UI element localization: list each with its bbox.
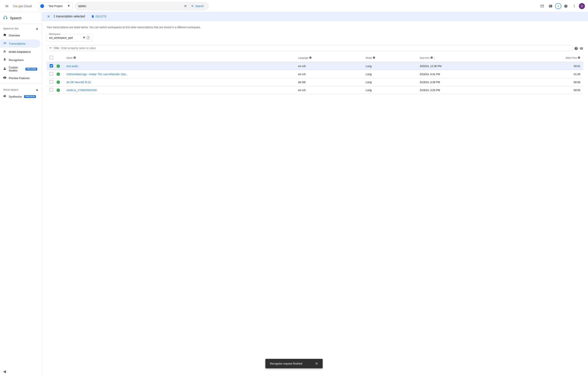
selection-close-button[interactable] bbox=[47, 14, 50, 18]
language-help-icon[interactable] bbox=[309, 56, 312, 60]
cloud-shell-button[interactable] bbox=[547, 2, 555, 10]
row-checkbox-cell bbox=[47, 70, 56, 78]
row-checkbox[interactable] bbox=[50, 88, 53, 92]
sidebar-footer: ◀ bbox=[0, 367, 42, 376]
filter-bar: Filter bbox=[47, 45, 573, 51]
sidebar-item-model-adaptations[interactable]: Model Adaptations bbox=[0, 48, 40, 56]
collapse-icon: ◀ bbox=[3, 369, 6, 374]
th-start-time: Start time ↓ bbox=[417, 54, 512, 62]
row-checkbox[interactable] bbox=[50, 80, 53, 84]
search-button[interactable]: Search bbox=[189, 4, 205, 8]
row-status-cell bbox=[56, 86, 63, 94]
start-time-help-icon[interactable] bbox=[430, 56, 433, 60]
selection-bar: 1 transcription selected DELETE bbox=[42, 12, 588, 21]
project-icon bbox=[40, 4, 44, 8]
row-start-time-cell: 3/18/24, 4:39 PM bbox=[417, 78, 512, 86]
snackbar-message: Recognize request finished bbox=[270, 362, 312, 365]
table-view-button[interactable] bbox=[580, 47, 583, 51]
description-text: Your transcriptions are listed below. Yo… bbox=[47, 25, 583, 29]
search-input[interactable] bbox=[78, 4, 183, 8]
menu-button[interactable] bbox=[3, 2, 11, 10]
row-language-cell: en-US bbox=[295, 62, 363, 70]
th-language: Language bbox=[295, 54, 363, 62]
sidebar: Speech Speech-to-Text ▲ Overview Transcr… bbox=[0, 12, 42, 376]
home-icon bbox=[3, 33, 7, 38]
row-model-cell: Long bbox=[363, 86, 417, 94]
workspace-dropdown-icon[interactable]: ▼ bbox=[82, 36, 86, 40]
table-header: Name Language bbox=[47, 54, 583, 62]
select-all-checkbox[interactable] bbox=[50, 56, 53, 59]
top-header: Google Cloud Test Project ▼ ✕ Search 1 bbox=[0, 0, 588, 12]
row-checkbox[interactable] bbox=[50, 64, 53, 67]
row-status-cell bbox=[56, 78, 63, 86]
stt-section-header[interactable]: Speech-to-Text ▲ bbox=[0, 24, 42, 31]
row-status-cell bbox=[56, 70, 63, 78]
filter-row: Filter bbox=[47, 45, 583, 52]
start-time-sort-icon[interactable]: ↓ bbox=[434, 56, 435, 60]
transcriptions-icon bbox=[3, 41, 7, 46]
sidebar-divider bbox=[0, 84, 42, 84]
custom-models-icon bbox=[3, 67, 7, 71]
row-name-cell: ssstik.io_1706625262540 bbox=[63, 86, 295, 94]
row-name-cell: de-DE-Neural2-B (2) bbox=[63, 78, 295, 86]
sidebar-item-preview-features[interactable]: Preview Features bbox=[0, 74, 40, 82]
google-cloud-logo[interactable]: Google Cloud bbox=[13, 4, 36, 8]
filter-input[interactable] bbox=[61, 47, 570, 50]
status-success-icon bbox=[56, 64, 60, 68]
stt-chevron-icon: ▲ bbox=[35, 27, 39, 31]
content-area: 1 transcription selected DELETE Your tra… bbox=[42, 12, 588, 376]
table-row: test-audio en-US Long 3/20/24, 12:36 PM … bbox=[47, 62, 583, 70]
notifications-help-button[interactable] bbox=[538, 2, 546, 10]
sidebar-app-header: Speech bbox=[0, 12, 42, 24]
project-selector[interactable]: Test Project ▼ bbox=[38, 2, 73, 10]
help-button[interactable] bbox=[562, 2, 570, 10]
selection-count: 1 transcription selected bbox=[54, 15, 85, 18]
workspace-help-icon[interactable]: ? bbox=[87, 36, 90, 40]
row-name-link[interactable]: ssstik.io_1706625262540 bbox=[66, 89, 97, 92]
avatar[interactable]: G bbox=[579, 3, 585, 9]
th-billed-time: Billed Time bbox=[512, 54, 583, 62]
row-billed-time-cell: 00:06 bbox=[512, 78, 583, 86]
row-name-link[interactable]: test-audio bbox=[66, 65, 78, 68]
name-help-icon[interactable] bbox=[73, 56, 76, 60]
row-model-cell: Long bbox=[363, 70, 417, 78]
row-name-link[interactable]: de-DE-Neural2-B (2) bbox=[66, 81, 91, 84]
sidebar-item-synthesize[interactable]: Synthesize PREVIEW bbox=[0, 93, 40, 101]
row-billed-time-cell: 01:48 bbox=[512, 70, 583, 78]
row-checkbox[interactable] bbox=[50, 72, 53, 75]
delete-button[interactable]: DELETE bbox=[91, 15, 107, 18]
header-actions: 1 G bbox=[538, 2, 585, 10]
row-start-time-cell: 3/20/24, 12:36 PM bbox=[417, 62, 512, 70]
model-adaptations-icon bbox=[3, 50, 7, 54]
workspace-field: Workspace sst_workspace_ppd ▼ ? bbox=[47, 33, 92, 41]
collapse-sidebar-button[interactable]: ◀ bbox=[3, 369, 6, 374]
custom-models-preview-badge: PREVIEW bbox=[25, 68, 37, 71]
workspace-actions: ▼ ? bbox=[82, 36, 90, 40]
table-row: de-DE-Neural2-B (2) de-DE Long 3/18/24, … bbox=[47, 78, 583, 86]
snackbar-close-button[interactable]: ✕ bbox=[315, 362, 318, 366]
filter-help-button[interactable] bbox=[574, 47, 578, 51]
sidebar-item-custom-models[interactable]: Custom Models PREVIEW bbox=[0, 64, 40, 74]
search-bar: ✕ Search bbox=[75, 2, 208, 10]
sidebar-item-recognizers[interactable]: Recognizers bbox=[0, 56, 40, 64]
sidebar-item-transcriptions[interactable]: Transcriptions bbox=[0, 40, 40, 48]
billed-time-help-icon[interactable] bbox=[578, 56, 580, 60]
tts-section-header[interactable]: Text-to-Speech ▲ bbox=[0, 85, 42, 93]
preview-features-icon bbox=[3, 76, 7, 80]
row-checkbox-cell bbox=[47, 78, 56, 86]
sidebar-item-overview[interactable]: Overview bbox=[0, 31, 40, 40]
data-table: Name Language bbox=[47, 54, 583, 94]
row-model-cell: Long bbox=[363, 62, 417, 70]
search-clear-button[interactable]: ✕ bbox=[183, 4, 188, 8]
th-checkbox bbox=[47, 54, 56, 62]
row-start-time-cell: 3/18/24, 3:25 PM bbox=[417, 86, 512, 94]
row-name-link[interactable]: X2Download.app - Avatar The Last Airbend… bbox=[66, 73, 128, 76]
notification-badge[interactable]: 1 bbox=[555, 3, 561, 9]
model-help-icon[interactable] bbox=[373, 56, 375, 60]
row-language-cell: en-US bbox=[295, 70, 363, 78]
sidebar-app-title: Speech bbox=[10, 16, 22, 20]
main-layout: Speech Speech-to-Text ▲ Overview Transcr… bbox=[0, 12, 588, 376]
sidebar-custom-models-label: Custom Models bbox=[9, 66, 23, 72]
more-options-button[interactable] bbox=[570, 2, 578, 10]
row-status-cell bbox=[56, 62, 63, 70]
